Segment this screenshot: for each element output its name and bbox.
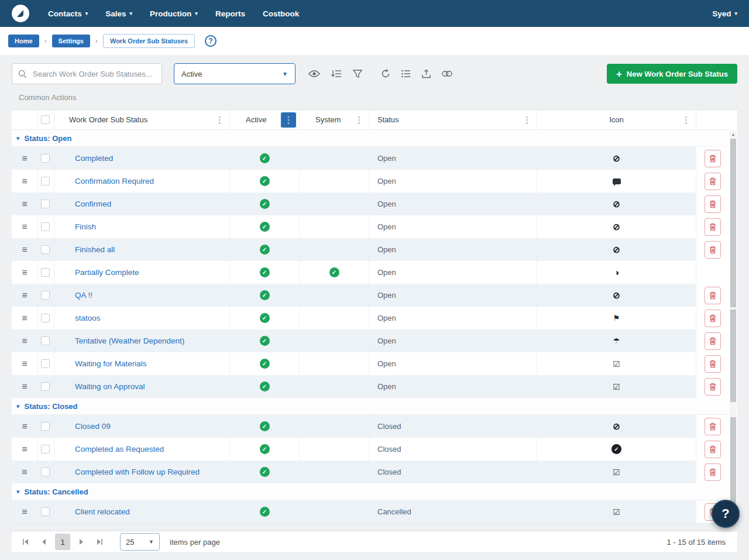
nav-reports[interactable]: Reports	[215, 9, 245, 18]
row-checkbox[interactable]	[41, 507, 50, 516]
app-logo[interactable]	[12, 5, 29, 22]
row-name-link[interactable]: Client relocated	[75, 507, 130, 516]
filter-icon[interactable]	[353, 70, 362, 78]
row-checkbox[interactable]	[41, 468, 50, 476]
column-menu-active-icon[interactable]: ⋮	[281, 112, 296, 128]
collapse-caret-icon[interactable]: ▾	[16, 403, 20, 410]
row-checkbox[interactable]	[41, 177, 50, 185]
row-checkbox[interactable]	[41, 222, 50, 231]
delete-button[interactable]	[705, 463, 721, 481]
page-size-dropdown[interactable]: 25 ▼	[120, 533, 160, 551]
common-actions-link[interactable]: Common Actions	[12, 84, 83, 109]
row-name-link[interactable]: QA !!	[75, 291, 92, 300]
breadcrumb-settings[interactable]: Settings	[52, 35, 90, 47]
row-checkbox[interactable]	[41, 422, 50, 431]
new-work-order-sub-status-button[interactable]: + New Work Order Sub Status	[607, 64, 737, 84]
nav-production[interactable]: Production ▾	[150, 9, 198, 18]
drag-handle-icon[interactable]: ≡	[22, 336, 27, 346]
drag-handle-icon[interactable]: ≡	[22, 422, 27, 431]
delete-button[interactable]	[705, 150, 721, 167]
drag-handle-icon[interactable]: ≡	[22, 245, 27, 255]
column-menu-icon[interactable]: ⋮	[210, 115, 229, 125]
checkbox-cell	[38, 352, 54, 375]
delete-button[interactable]	[705, 332, 721, 350]
row-name-link[interactable]: Completed with Follow up Required	[75, 468, 200, 476]
row-name-link[interactable]: Completed as Requested	[75, 445, 164, 454]
drag-handle-icon[interactable]: ≡	[22, 445, 27, 454]
row-checkbox[interactable]	[41, 445, 50, 454]
delete-button[interactable]	[705, 378, 721, 396]
drag-handle-icon[interactable]: ≡	[22, 359, 27, 369]
row-checkbox[interactable]	[41, 291, 50, 300]
last-page-button[interactable]	[92, 535, 106, 549]
row-name-link[interactable]: Partially Complete	[75, 268, 139, 277]
delete-button[interactable]	[705, 310, 721, 327]
status-filter-dropdown[interactable]: Active ▼	[174, 63, 296, 84]
link-icon[interactable]	[442, 71, 452, 77]
drag-handle-icon[interactable]: ≡	[22, 177, 27, 186]
drag-handle-icon[interactable]: ≡	[22, 468, 27, 477]
collapse-caret-icon[interactable]: ▾	[16, 135, 20, 142]
collapse-caret-icon[interactable]: ▾	[16, 488, 20, 496]
scrollbar-thumb[interactable]	[730, 139, 736, 307]
delete-button[interactable]	[705, 418, 721, 435]
first-page-button[interactable]	[19, 535, 33, 549]
delete-button[interactable]	[705, 287, 721, 304]
row-name-link[interactable]: Finished all	[75, 245, 115, 254]
user-menu[interactable]: Syed ▾	[712, 9, 737, 18]
breadcrumb-home[interactable]: Home	[8, 35, 39, 47]
row-checkbox[interactable]	[41, 245, 50, 254]
row-name-link[interactable]: statoos	[75, 314, 101, 322]
delete-button[interactable]	[705, 441, 721, 458]
list-view-icon[interactable]	[401, 70, 411, 78]
row-name-link[interactable]: Waiting on Approval	[75, 382, 145, 391]
drag-handle-icon[interactable]: ≡	[22, 291, 27, 300]
current-page-button[interactable]: 1	[55, 534, 70, 550]
nav-sales[interactable]: Sales ▾	[105, 9, 132, 18]
delete-button[interactable]	[705, 218, 721, 236]
column-menu-icon[interactable]: ⋮	[676, 115, 696, 125]
nav-costbook[interactable]: Costbook	[263, 9, 299, 18]
next-page-button[interactable]	[74, 535, 88, 549]
nav-contacts[interactable]: Contacts ▾	[48, 9, 88, 18]
row-checkbox[interactable]	[41, 154, 50, 163]
export-icon[interactable]	[422, 69, 431, 78]
row-name-link[interactable]: Confirmation Required	[75, 177, 154, 185]
delete-button[interactable]	[705, 241, 721, 259]
column-menu-icon[interactable]: ⋮	[349, 115, 369, 125]
refresh-icon[interactable]	[381, 69, 390, 78]
row-checkbox[interactable]	[41, 200, 50, 208]
row-checkbox[interactable]	[41, 314, 50, 322]
page-help-icon[interactable]: ?	[205, 35, 217, 47]
collapse-rows-icon[interactable]	[331, 70, 342, 78]
drag-handle-icon[interactable]: ≡	[22, 382, 27, 391]
drag-handle-icon[interactable]: ≡	[22, 154, 27, 163]
drag-handle-icon[interactable]: ≡	[22, 268, 27, 277]
scrollbar-thumb[interactable]	[730, 310, 736, 402]
delete-button[interactable]	[705, 195, 721, 213]
delete-button[interactable]	[705, 173, 721, 190]
scroll-up-icon[interactable]: ▲	[730, 130, 737, 138]
row-checkbox[interactable]	[41, 359, 50, 368]
row-name-link[interactable]: Waiting for Materials	[75, 359, 147, 368]
row-name-link[interactable]: Closed 09	[75, 422, 111, 431]
floating-help-button[interactable]: ?	[712, 500, 740, 528]
row-checkbox[interactable]	[41, 336, 50, 345]
search-input[interactable]	[32, 69, 156, 79]
eye-icon[interactable]	[308, 70, 320, 78]
select-all-checkbox[interactable]	[41, 115, 50, 124]
delete-button[interactable]	[705, 355, 721, 373]
row-name-link[interactable]: Finish	[75, 222, 96, 231]
vertical-scrollbar[interactable]: ▲	[730, 130, 737, 523]
row-name-link[interactable]: Confirmed	[75, 200, 111, 208]
column-menu-icon[interactable]: ⋮	[517, 115, 537, 125]
drag-handle-icon[interactable]: ≡	[22, 200, 27, 209]
drag-handle-icon[interactable]: ≡	[22, 222, 27, 232]
row-checkbox[interactable]	[41, 268, 50, 277]
row-name-link[interactable]: Tentative (Weather Dependent)	[75, 336, 184, 345]
row-name-link[interactable]: Completed	[75, 154, 113, 163]
row-checkbox[interactable]	[41, 382, 50, 391]
drag-handle-icon[interactable]: ≡	[22, 314, 27, 323]
prev-page-button[interactable]	[37, 535, 51, 549]
drag-handle-icon[interactable]: ≡	[22, 507, 27, 517]
